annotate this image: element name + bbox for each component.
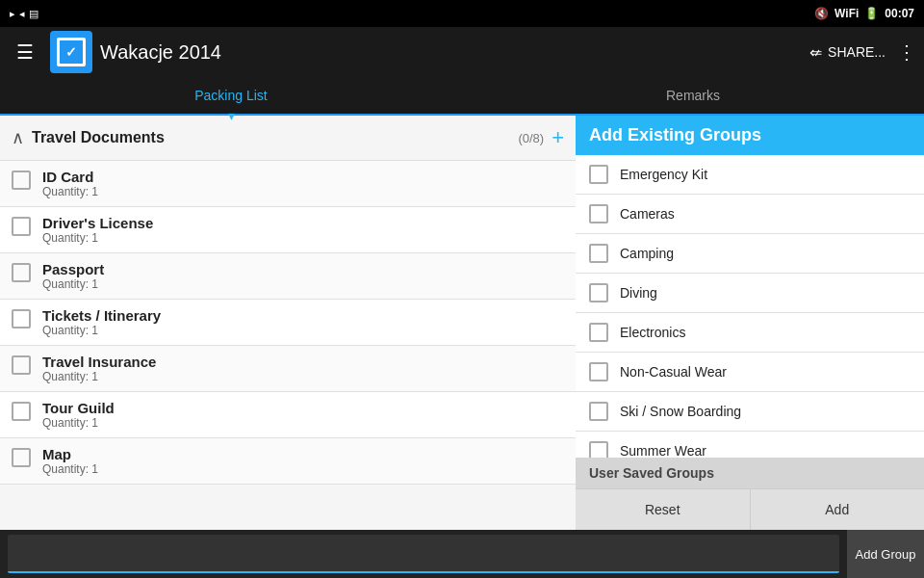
group-item-7: Summer Wear bbox=[576, 432, 924, 458]
list-item: Tour Guild Quantity: 1 bbox=[0, 392, 576, 438]
item-qty-2: Quantity: 1 bbox=[42, 277, 104, 291]
right-panel-header: Add Existing Groups bbox=[576, 116, 924, 155]
group-item-2: Camping bbox=[576, 234, 924, 274]
share-button[interactable]: ⇍ SHARE... bbox=[809, 43, 886, 62]
tab-remarks[interactable]: Remarks bbox=[462, 77, 924, 114]
app-icon bbox=[50, 31, 92, 73]
item-qty-1: Quantity: 1 bbox=[42, 231, 153, 245]
group-checkbox-5[interactable] bbox=[589, 362, 608, 381]
item-checkbox-0[interactable] bbox=[12, 171, 31, 190]
main-content: ∧ Travel Documents (0/8) + ID Card Quant… bbox=[0, 116, 924, 530]
group-label-1: Cameras bbox=[620, 206, 675, 222]
group-item-3: Diving bbox=[576, 274, 924, 313]
item-qty-4: Quantity: 1 bbox=[42, 370, 156, 383]
mute-icon: 🔇 bbox=[814, 7, 829, 20]
status-left-icons: ▸ ◂ ▤ bbox=[10, 8, 38, 20]
status-right-info: 🔇 WiFi 🔋 00:07 bbox=[814, 7, 914, 20]
group-title: Travel Documents bbox=[32, 129, 518, 146]
group-add-icon[interactable]: + bbox=[552, 125, 564, 150]
status-bar: ▸ ◂ ▤ 🔇 WiFi 🔋 00:07 bbox=[0, 0, 924, 27]
wifi-icon: ▸ bbox=[10, 8, 15, 20]
item-qty-3: Quantity: 1 bbox=[42, 324, 161, 337]
group-label-6: Ski / Snow Boarding bbox=[620, 404, 741, 419]
group-header: ∧ Travel Documents (0/8) + bbox=[0, 116, 576, 161]
search-container bbox=[8, 535, 839, 573]
item-checkbox-3[interactable] bbox=[12, 309, 31, 328]
bottom-bar: Add Group bbox=[0, 530, 924, 578]
item-name-4: Travel Insurance bbox=[42, 354, 156, 370]
group-label-7: Summer Wear bbox=[620, 443, 706, 458]
group-checkbox-6[interactable] bbox=[589, 402, 608, 421]
item-checkbox-2[interactable] bbox=[12, 263, 31, 282]
app-bar-actions: ⇍ SHARE... ⋮ bbox=[809, 40, 916, 64]
add-button[interactable]: Add bbox=[750, 489, 925, 530]
list-item: Map Quantity: 1 bbox=[0, 438, 576, 485]
group-item-1: Cameras bbox=[576, 195, 924, 234]
item-qty-5: Quantity: 1 bbox=[42, 416, 115, 430]
clock: 00:07 bbox=[885, 7, 914, 20]
add-group-button[interactable]: Add Group bbox=[847, 530, 924, 578]
group-item-6: Ski / Snow Boarding bbox=[576, 392, 924, 432]
existing-groups-list: Emergency Kit Cameras Camping Diving Ele… bbox=[576, 155, 924, 458]
group-label-3: Diving bbox=[620, 285, 657, 301]
left-panel: ∧ Travel Documents (0/8) + ID Card Quant… bbox=[0, 116, 576, 530]
item-name-0: ID Card bbox=[42, 169, 98, 185]
item-name-1: Driver's License bbox=[42, 215, 153, 231]
group-label-4: Electronics bbox=[620, 325, 685, 340]
list-item: ID Card Quantity: 1 bbox=[0, 161, 576, 207]
item-qty-0: Quantity: 1 bbox=[42, 185, 98, 198]
group-checkbox-4[interactable] bbox=[589, 323, 608, 342]
group-item-0: Emergency Kit bbox=[576, 155, 924, 195]
media-icon: ▤ bbox=[29, 8, 38, 20]
tabs-bar: Packing List Remarks bbox=[0, 77, 924, 116]
search-input[interactable] bbox=[15, 545, 832, 561]
list-item: Travel Insurance Quantity: 1 bbox=[0, 346, 576, 392]
group-checkbox-7[interactable] bbox=[589, 441, 608, 458]
item-name-2: Passport bbox=[42, 261, 104, 277]
group-count: (0/8) bbox=[518, 131, 544, 145]
list-item: Passport Quantity: 1 bbox=[0, 253, 576, 300]
signal-icon: ◂ bbox=[19, 8, 25, 20]
item-qty-6: Quantity: 1 bbox=[42, 462, 98, 476]
item-name-5: Tour Guild bbox=[42, 400, 115, 416]
share-icon: ⇍ bbox=[809, 43, 822, 62]
group-checkbox-0[interactable] bbox=[589, 165, 608, 184]
group-item-5: Non-Casual Wear bbox=[576, 353, 924, 392]
more-options-button[interactable]: ⋮ bbox=[897, 40, 916, 64]
group-label-2: Camping bbox=[620, 246, 674, 261]
group-checkbox-1[interactable] bbox=[589, 204, 608, 223]
battery-icon: 🔋 bbox=[864, 7, 879, 20]
group-item-4: Electronics bbox=[576, 313, 924, 353]
item-name-3: Tickets / Itinerary bbox=[42, 307, 161, 324]
right-panel: Add Existing Groups Emergency Kit Camera… bbox=[576, 116, 924, 530]
item-checkbox-1[interactable] bbox=[12, 217, 31, 236]
nav-drawer-button[interactable]: ☰ bbox=[8, 35, 42, 69]
tab-packing-list[interactable]: Packing List bbox=[0, 77, 462, 114]
share-label: SHARE... bbox=[828, 44, 886, 60]
item-name-6: Map bbox=[42, 446, 98, 462]
group-checkbox-3[interactable] bbox=[589, 283, 608, 302]
item-checkbox-5[interactable] bbox=[12, 402, 31, 421]
app-title: Wakacje 2014 bbox=[100, 41, 809, 64]
reset-button[interactable]: Reset bbox=[576, 489, 750, 530]
user-saved-header: User Saved Groups bbox=[576, 458, 924, 488]
group-label-0: Emergency Kit bbox=[620, 167, 707, 182]
panel-actions: Reset Add bbox=[576, 488, 924, 530]
item-checkbox-4[interactable] bbox=[12, 355, 31, 375]
collapse-icon[interactable]: ∧ bbox=[12, 127, 24, 148]
list-item: Tickets / Itinerary Quantity: 1 bbox=[0, 300, 576, 346]
packing-list: ID Card Quantity: 1 Driver's License Qua… bbox=[0, 161, 576, 485]
group-label-5: Non-Casual Wear bbox=[620, 364, 727, 380]
app-bar: ☰ Wakacje 2014 ⇍ SHARE... ⋮ bbox=[0, 27, 924, 77]
item-checkbox-6[interactable] bbox=[12, 448, 31, 467]
wifi-status-icon: WiFi bbox=[834, 7, 859, 20]
list-item: Driver's License Quantity: 1 bbox=[0, 207, 576, 253]
group-checkbox-2[interactable] bbox=[589, 244, 608, 263]
